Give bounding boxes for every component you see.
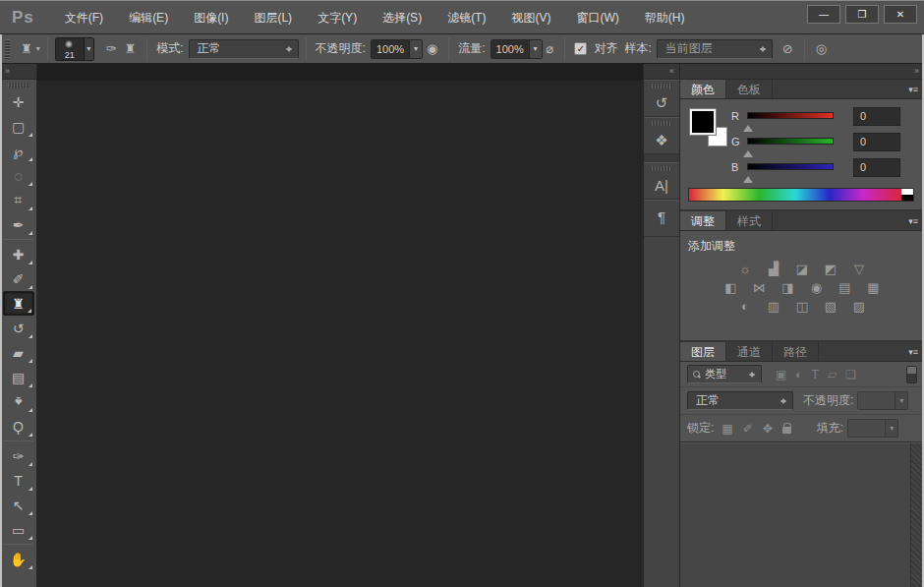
tool-rectangle[interactable]: ▭ [3,517,34,542]
dock-collapse-icon[interactable]: » [680,64,924,80]
tab-swatches[interactable]: 色板 [726,80,773,98]
exposure-icon[interactable]: ◩ [821,262,840,277]
properties-panel-button[interactable]: ❖ [644,117,679,154]
tool-lasso[interactable]: ℘ [3,139,34,163]
layer-list-scrollbar[interactable] [910,443,922,587]
menu-filter[interactable]: 滤镜(T) [434,1,498,34]
menu-image[interactable]: 图像(I) [181,1,241,34]
lock-image-pixels-icon[interactable]: ✐ [743,422,753,436]
maximize-button[interactable]: ❐ [845,5,879,24]
tool-preset-icon[interactable]: ♜ [17,39,36,58]
airbrush-icon[interactable]: ⌀ [543,39,558,58]
lock-transparent-pixels-icon[interactable]: ▦ [722,422,732,436]
tab-color[interactable]: 颜色 [680,80,726,98]
menu-help[interactable]: 帮助(H) [632,1,698,34]
tool-type[interactable]: T [3,468,34,493]
green-slider-thumb[interactable] [743,146,753,157]
flow-dropdown[interactable]: 100% ▾ [491,39,543,59]
opacity-dropdown[interactable]: 100% ▾ [371,39,423,59]
menu-type[interactable]: 文字(Y) [305,1,370,34]
layer-filtering-toggle[interactable] [906,366,917,383]
filter-shape-layers-icon[interactable]: ▱ [828,368,837,382]
levels-icon[interactable]: ▟ [764,262,783,277]
minimize-button[interactable]: — [807,5,840,24]
filter-type-layers-icon[interactable]: T [812,368,819,382]
tool-eyedropper[interactable]: ✒ [3,212,34,237]
tool-history-brush[interactable]: ↺ [3,316,34,340]
tablet-pressure-opacity-icon[interactable]: ◉ [423,39,441,58]
layer-opacity-dropdown[interactable]: ▾ [857,391,908,410]
gradient-map-icon[interactable]: ▧ [821,299,840,315]
tool-hand[interactable]: ✋ [3,547,34,571]
brush-picker-arrow-icon[interactable]: ▾ [84,38,93,60]
tool-eraser[interactable]: ▰ [3,340,34,365]
color-balance-icon[interactable]: ⋈ [750,280,770,296]
tool-spot-healing-brush[interactable]: ✚ [3,242,34,266]
photo-filter-icon[interactable]: ◉ [807,280,827,296]
red-slider[interactable] [747,112,834,119]
tool-path-selection[interactable]: ↖ [3,493,34,517]
green-value-field[interactable]: 0 [853,133,900,151]
history-panel-button[interactable]: ↺ [644,80,679,117]
tool-move[interactable]: ✛ [3,89,34,114]
blue-slider-thumb[interactable] [743,171,753,183]
blue-value-field[interactable]: 0 [853,158,900,177]
menu-layer[interactable]: 图层(L) [241,1,305,34]
tab-channels[interactable]: 通道 [726,342,773,361]
green-slider[interactable] [747,138,834,145]
tab-paths[interactable]: 路径 [773,342,819,361]
channel-mixer-icon[interactable]: ▤ [836,280,855,296]
color-spectrum-ramp[interactable] [688,188,914,202]
tool-brush[interactable]: ✐ [3,266,34,291]
character-panel-button[interactable]: A| [644,162,679,200]
menu-file[interactable]: 文件(F) [52,1,116,34]
tools-panel-collapse-icon[interactable]: » [0,64,36,80]
tablet-pressure-size-icon[interactable]: ◎ [812,39,831,58]
red-value-field[interactable]: 0 [853,107,900,126]
black-white-swatches[interactable] [901,189,913,201]
close-button[interactable]: ✕ [884,5,917,24]
lock-all-icon[interactable] [782,427,791,434]
menu-edit[interactable]: 编辑(E) [116,1,181,34]
lock-position-icon[interactable]: ✥ [763,422,773,436]
tools-panel-grip[interactable] [8,83,29,88]
tab-layers[interactable]: 图层 [680,342,726,361]
canvas-area[interactable] [37,64,643,587]
mode-dropdown[interactable]: 正常 [189,39,299,59]
aligned-checkbox[interactable]: ✓ [574,42,587,55]
threshold-icon[interactable]: ◫ [792,299,812,315]
filter-adjustment-layers-icon[interactable]: ◐ [795,368,802,382]
foreground-color-swatch[interactable] [690,109,716,135]
layer-filter-kind-dropdown[interactable]: 类型 [687,365,762,383]
tool-dodge[interactable]: Ϙ [3,414,34,439]
filter-smart-objects-icon[interactable]: ❏ [845,368,856,382]
tool-pen[interactable]: ✑ [3,443,34,468]
curves-icon[interactable]: ◪ [792,262,812,277]
dock-expand-icon[interactable]: « [644,64,679,80]
color-lookup-icon[interactable]: ▦ [864,280,884,296]
posterize-icon[interactable]: ▥ [764,299,783,315]
hue-saturation-icon[interactable]: ◧ [722,280,741,296]
tool-rectangular-marquee[interactable]: ▢ [3,114,34,139]
menu-window[interactable]: 窗口(W) [563,1,631,34]
tab-adjustments[interactable]: 调整 [680,211,726,230]
tool-preset-arrow-icon[interactable]: ▾ [36,44,40,53]
brightness-contrast-icon[interactable]: ☼ [735,262,755,277]
tool-quick-selection[interactable]: ◌ [3,163,34,188]
filter-pixel-layers-icon[interactable]: ▣ [776,368,786,382]
ignore-adjustment-layers-icon[interactable]: ⊘ [779,39,797,58]
layer-list[interactable] [680,442,924,587]
blend-mode-dropdown[interactable]: 正常 [687,391,793,410]
tool-crop[interactable]: ⌗ [3,188,34,212]
blue-slider[interactable] [747,163,834,170]
tab-styles[interactable]: 样式 [726,211,773,230]
sample-dropdown[interactable]: 当前图层 [657,39,773,59]
toggle-clone-source-panel-icon[interactable]: ♜ [121,39,141,58]
vibrance-icon[interactable]: ▽ [849,262,869,277]
red-slider-thumb[interactable] [743,120,753,132]
fill-dropdown[interactable]: ▾ [847,419,898,438]
selective-color-icon[interactable]: ▨ [849,299,869,315]
toggle-brush-panel-icon[interactable]: ✑ [102,39,121,58]
tool-gradient[interactable]: ▤ [3,365,34,389]
menu-view[interactable]: 视图(V) [498,1,563,34]
